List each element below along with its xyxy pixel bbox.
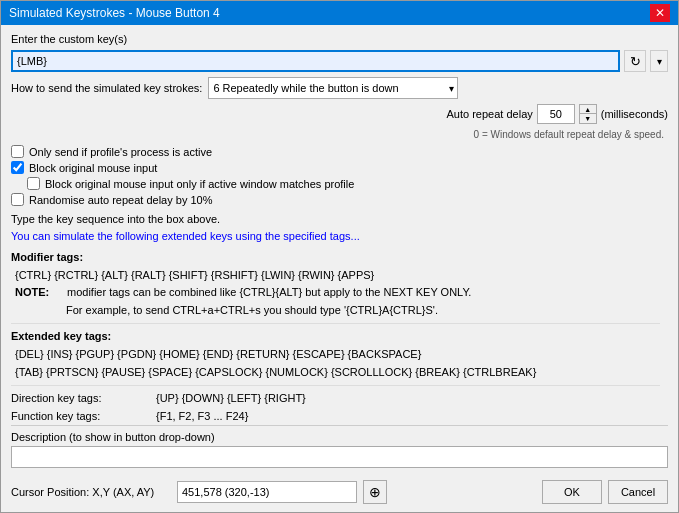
info-section: Type the key sequence into the box above…: [11, 211, 668, 244]
content-area: Enter the custom key(s) ↻ ▾ How to send …: [1, 25, 678, 476]
checkbox-row-1: Only send if profile's process is active: [11, 145, 668, 158]
delay-note: 0 = Windows default repeat delay & speed…: [474, 129, 664, 140]
delay-spinner: ▲ ▼: [579, 104, 597, 124]
direction-value: {UP} {DOWN} {LEFT} {RIGHT}: [156, 390, 306, 408]
tags-outer: Modifier tags: {CTRL} {RCTRL} {ALT} {RAL…: [11, 249, 668, 468]
function-label: Function key tags:: [11, 408, 156, 425]
enter-key-label: Enter the custom key(s): [11, 33, 668, 45]
block-original-checkbox[interactable]: [11, 161, 24, 174]
direction-row: Direction key tags: {UP} {DOWN} {LEFT} {…: [11, 390, 660, 408]
extended-tags-row1: {DEL} {INS} {PGUP} {PGDN} {HOME} {END} {…: [11, 346, 660, 364]
function-value: {F1, F2, F3 ... F24}: [156, 408, 248, 425]
description-section: Description (to show in button drop-down…: [11, 425, 668, 468]
cancel-button[interactable]: Cancel: [608, 480, 668, 504]
checkbox-row-4: Randomise auto repeat delay by 10%: [11, 193, 668, 206]
description-label: Description (to show in button drop-down…: [11, 431, 668, 443]
close-button[interactable]: ✕: [650, 4, 670, 22]
divider-1: [11, 323, 660, 324]
modifier-example: For example, to send CTRL+a+CTRL+s you s…: [11, 302, 660, 320]
block-if-active-label: Block original mouse input only if activ…: [45, 178, 354, 190]
randomise-checkbox[interactable]: [11, 193, 24, 206]
block-original-label: Block original mouse input: [29, 162, 157, 174]
extended-tags-title: Extended key tags:: [11, 330, 111, 342]
send-select[interactable]: 6 Repeatedly while the button is down: [208, 77, 458, 99]
ok-button[interactable]: OK: [542, 480, 602, 504]
delay-spin-down[interactable]: ▼: [580, 114, 596, 123]
cursor-input[interactable]: [177, 481, 357, 503]
delay-row: Auto repeat delay ▲ ▼ (milliseconds): [11, 104, 668, 124]
extended-tags-value2: {TAB} {PRTSCN} {PAUSE} {SPACE} {CAPSLOCK…: [15, 366, 536, 378]
input-dropdown-button[interactable]: ▾: [650, 50, 668, 72]
block-if-active-checkbox[interactable]: [27, 177, 40, 190]
send-select-wrapper: 6 Repeatedly while the button is down: [208, 77, 458, 99]
only-send-label: Only send if profile's process is active: [29, 146, 212, 158]
tags-section: Modifier tags: {CTRL} {RCTRL} {ALT} {RAL…: [11, 249, 668, 425]
window-title: Simulated Keystrokes - Mouse Button 4: [9, 6, 220, 20]
checkbox-row-2: Block original mouse input: [11, 161, 668, 174]
ms-label: (milliseconds): [601, 108, 668, 120]
description-input[interactable]: [11, 446, 668, 468]
key-input-row: ↻ ▾: [11, 50, 668, 72]
function-row: Function key tags: {F1, F2, F3 ... F24}: [11, 408, 660, 425]
delay-note-row: 0 = Windows default repeat delay & speed…: [11, 129, 668, 140]
info-line1: Type the key sequence into the box above…: [11, 211, 668, 228]
info-line2: You can simulate the following extended …: [11, 228, 668, 245]
randomise-label: Randomise auto repeat delay by 10%: [29, 194, 212, 206]
modifier-tags-title: Modifier tags:: [11, 251, 83, 263]
crosshair-button[interactable]: ⊕: [363, 480, 387, 504]
delay-spin-up[interactable]: ▲: [580, 105, 596, 114]
extended-tags-row2: {TAB} {PRTSCN} {PAUSE} {SPACE} {CAPSLOCK…: [11, 364, 660, 382]
main-window: Simulated Keystrokes - Mouse Button 4 ✕ …: [0, 0, 679, 513]
delay-input[interactable]: [537, 104, 575, 124]
title-bar: Simulated Keystrokes - Mouse Button 4 ✕: [1, 1, 678, 25]
options-section: Only send if profile's process is active…: [11, 145, 668, 206]
only-send-checkbox[interactable]: [11, 145, 24, 158]
send-label: How to send the simulated key strokes:: [11, 82, 202, 94]
extended-tags-value1: {DEL} {INS} {PGUP} {PGDN} {HOME} {END} {…: [15, 348, 421, 360]
send-options-row: How to send the simulated key strokes: 6…: [11, 77, 668, 99]
direction-label: Direction key tags:: [11, 390, 156, 408]
extended-title: Extended key tags:: [11, 328, 660, 346]
modifier-tags-row: {CTRL} {RCTRL} {ALT} {RALT} {SHIFT} {RSH…: [11, 267, 660, 285]
cursor-label: Cursor Position: X,Y (AX, AY): [11, 486, 171, 498]
modifier-title: Modifier tags:: [11, 249, 660, 267]
key-input[interactable]: [11, 50, 620, 72]
tags-content: Modifier tags: {CTRL} {RCTRL} {ALT} {RAL…: [11, 249, 660, 425]
checkbox-row-3: Block original mouse input only if activ…: [11, 177, 668, 190]
note-key: NOTE:: [15, 284, 67, 302]
divider-2: [11, 385, 660, 386]
modifier-tags-value: {CTRL} {RCTRL} {ALT} {RALT} {SHIFT} {RSH…: [15, 269, 374, 281]
delay-label: Auto repeat delay: [447, 108, 533, 120]
note-val: modifier tags can be combined like {CTRL…: [67, 284, 660, 302]
refresh-button[interactable]: ↻: [624, 50, 646, 72]
modifier-note-row: NOTE: modifier tags can be combined like…: [11, 284, 660, 302]
bottom-bar: Cursor Position: X,Y (AX, AY) ⊕ OK Cance…: [1, 476, 678, 512]
